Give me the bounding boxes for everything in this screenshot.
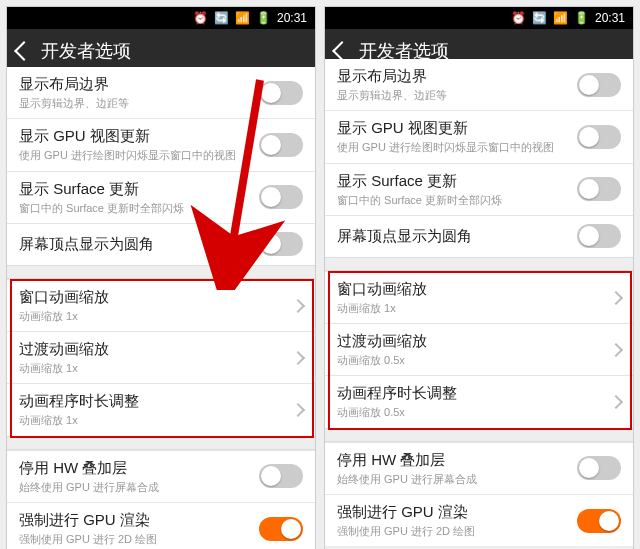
settings-row[interactable]: 显示 Surface 更新窗口中的 Surface 更新时全部闪烁 xyxy=(7,171,315,223)
settings-row[interactable]: 屏幕顶点显示为圆角 xyxy=(325,215,633,257)
row-title: 显示 Surface 更新 xyxy=(19,180,259,199)
settings-list-left[interactable]: 显示布局边界显示剪辑边界、边距等显示 GPU 视图更新使用 GPU 进行绘图时闪… xyxy=(7,67,315,549)
settings-row[interactable]: 显示 Surface 更新窗口中的 Surface 更新时全部闪烁 xyxy=(325,163,633,215)
row-subtitle: 显示剪辑边界、边距等 xyxy=(19,96,259,110)
row-title: 窗口动画缩放 xyxy=(337,280,611,299)
row-title: 强制进行 GPU 渲染 xyxy=(337,503,577,522)
row-title: 显示布局边界 xyxy=(19,75,259,94)
toggle-switch[interactable] xyxy=(577,224,621,248)
row-title: 停用 HW 叠加层 xyxy=(19,459,259,478)
settings-row[interactable]: 强制进行 GPU 渲染强制使用 GPU 进行 2D 绘图 xyxy=(325,494,633,546)
settings-row[interactable]: 动画程序时长调整动画缩放 0.5x xyxy=(325,375,633,427)
signal-icon: 📶 xyxy=(553,11,568,25)
row-subtitle: 窗口中的 Surface 更新时全部闪烁 xyxy=(19,201,259,215)
settings-row[interactable]: 窗口动画缩放动画缩放 1x xyxy=(7,279,315,331)
settings-row[interactable]: 停用 HW 叠加层始终使用 GPU 进行屏幕合成 xyxy=(7,450,315,502)
toggle-switch[interactable] xyxy=(577,73,621,97)
chevron-right-icon xyxy=(291,298,305,312)
settings-list-right[interactable]: 显示布局边界显示剪辑边界、边距等显示 GPU 视图更新使用 GPU 进行绘图时闪… xyxy=(325,59,633,549)
settings-row[interactable]: 显示 GPU 视图更新使用 GPU 进行绘图时闪烁显示窗口中的视图 xyxy=(325,110,633,162)
sync-icon: 🔄 xyxy=(532,11,547,25)
row-title: 动画程序时长调整 xyxy=(337,384,611,403)
row-title: 显示 GPU 视图更新 xyxy=(19,127,259,146)
settings-row[interactable]: 显示布局边界显示剪辑边界、边距等 xyxy=(7,67,315,118)
toggle-switch[interactable] xyxy=(577,456,621,480)
toggle-switch[interactable] xyxy=(259,81,303,105)
status-bar: ⏰ 🔄 📶 🔋 20:31 xyxy=(7,7,315,29)
row-title: 强制进行 GPU 渲染 xyxy=(19,511,259,530)
phone-right: ⏰ 🔄 📶 🔋 20:31 开发者选项 显示布局边界显示剪辑边界、边距等显示 G… xyxy=(324,6,634,549)
row-title: 窗口动画缩放 xyxy=(19,288,293,307)
chevron-right-icon xyxy=(291,403,305,417)
back-chevron-icon[interactable] xyxy=(14,41,34,61)
row-title: 过渡动画缩放 xyxy=(19,340,293,359)
toggle-switch[interactable] xyxy=(577,177,621,201)
settings-row[interactable]: 窗口动画缩放动画缩放 1x xyxy=(325,271,633,323)
toggle-switch[interactable] xyxy=(577,509,621,533)
alarm-icon: ⏰ xyxy=(193,11,208,25)
row-subtitle: 始终使用 GPU 进行屏幕合成 xyxy=(337,472,577,486)
settings-row[interactable]: 过渡动画缩放动画缩放 0.5x xyxy=(325,323,633,375)
settings-row[interactable]: 强制进行 GPU 渲染强制使用 GPU 进行 2D 绘图 xyxy=(7,502,315,549)
row-title: 屏幕顶点显示为圆角 xyxy=(337,227,577,246)
toggle-switch[interactable] xyxy=(259,517,303,541)
status-time: 20:31 xyxy=(277,11,307,25)
row-subtitle: 动画缩放 1x xyxy=(19,413,293,427)
row-subtitle: 动画缩放 0.5x xyxy=(337,405,611,419)
row-title: 屏幕顶点显示为圆角 xyxy=(19,235,259,254)
toggle-switch[interactable] xyxy=(577,125,621,149)
toggle-switch[interactable] xyxy=(259,185,303,209)
chevron-right-icon xyxy=(291,351,305,365)
status-time: 20:31 xyxy=(595,11,625,25)
chevron-right-icon xyxy=(609,343,623,357)
status-bar: ⏰ 🔄 📶 🔋 20:31 xyxy=(325,7,633,29)
battery-icon: 🔋 xyxy=(256,11,271,25)
row-subtitle: 强制使用 GPU 进行 2D 绘图 xyxy=(337,524,577,538)
row-subtitle: 动画缩放 1x xyxy=(337,301,611,315)
row-subtitle: 动画缩放 0.5x xyxy=(337,353,611,367)
toggle-switch[interactable] xyxy=(259,133,303,157)
row-title: 过渡动画缩放 xyxy=(337,332,611,351)
row-subtitle: 强制使用 GPU 进行 2D 绘图 xyxy=(19,532,259,546)
page-title: 开发者选项 xyxy=(41,39,131,63)
phone-left: ⏰ 🔄 📶 🔋 20:31 开发者选项 显示布局边界显示剪辑边界、边距等显示 G… xyxy=(6,6,316,549)
row-title: 停用 HW 叠加层 xyxy=(337,451,577,470)
back-chevron-icon[interactable] xyxy=(332,41,352,61)
settings-row[interactable]: 过渡动画缩放动画缩放 1x xyxy=(7,331,315,383)
settings-row[interactable]: 显示 GPU 视图更新使用 GPU 进行绘图时闪烁显示窗口中的视图 xyxy=(7,118,315,170)
row-subtitle: 窗口中的 Surface 更新时全部闪烁 xyxy=(337,193,577,207)
row-title: 显示布局边界 xyxy=(337,67,577,86)
chevron-right-icon xyxy=(609,395,623,409)
row-subtitle: 使用 GPU 进行绘图时闪烁显示窗口中的视图 xyxy=(337,140,577,154)
settings-row[interactable]: 动画程序时长调整动画缩放 1x xyxy=(7,383,315,435)
settings-row[interactable]: 停用 HW 叠加层始终使用 GPU 进行屏幕合成 xyxy=(325,442,633,494)
row-subtitle: 显示剪辑边界、边距等 xyxy=(337,88,577,102)
row-title: 显示 GPU 视图更新 xyxy=(337,119,577,138)
row-title: 显示 Surface 更新 xyxy=(337,172,577,191)
signal-icon: 📶 xyxy=(235,11,250,25)
settings-row[interactable]: 显示布局边界显示剪辑边界、边距等 xyxy=(325,59,633,110)
row-title: 动画程序时长调整 xyxy=(19,392,293,411)
row-subtitle: 动画缩放 1x xyxy=(19,361,293,375)
toggle-switch[interactable] xyxy=(259,232,303,256)
alarm-icon: ⏰ xyxy=(511,11,526,25)
row-subtitle: 使用 GPU 进行绘图时闪烁显示窗口中的视图 xyxy=(19,148,259,162)
toggle-switch[interactable] xyxy=(259,464,303,488)
settings-row[interactable]: 屏幕顶点显示为圆角 xyxy=(7,223,315,265)
sync-icon: 🔄 xyxy=(214,11,229,25)
row-subtitle: 始终使用 GPU 进行屏幕合成 xyxy=(19,480,259,494)
battery-icon: 🔋 xyxy=(574,11,589,25)
chevron-right-icon xyxy=(609,290,623,304)
row-subtitle: 动画缩放 1x xyxy=(19,309,293,323)
